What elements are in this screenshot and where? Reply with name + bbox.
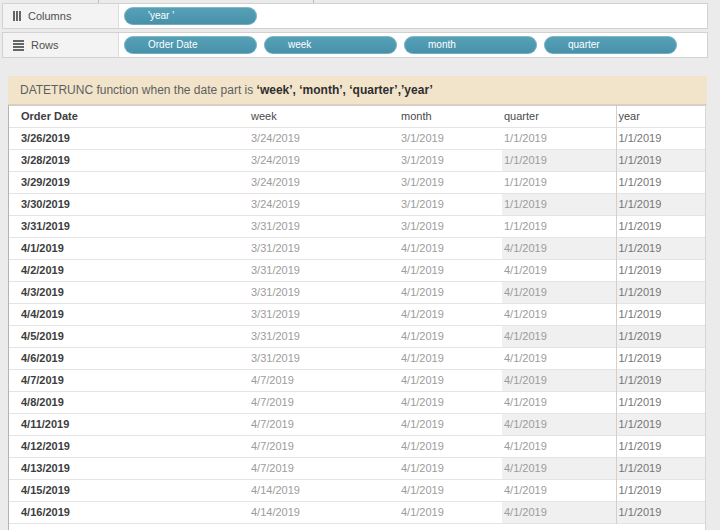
cell[interactable]: 4/7/2019 bbox=[249, 435, 399, 457]
cell[interactable]: 3/24/2019 bbox=[249, 171, 399, 193]
cell[interactable]: 3/30/2019 bbox=[9, 193, 249, 215]
cell[interactable]: 3/1/2019 bbox=[399, 149, 502, 171]
cell[interactable]: 3/1/2019 bbox=[399, 215, 502, 237]
cell[interactable]: 4/1/2019 bbox=[399, 369, 502, 391]
cell[interactable]: 4/5/2019 bbox=[9, 325, 249, 347]
cell[interactable]: 1/1/2019 bbox=[616, 215, 705, 237]
cell[interactable]: 1/1/2019 bbox=[616, 259, 705, 281]
rows-pill-area[interactable]: Order Dateweekmonthquarter bbox=[119, 33, 707, 57]
pill-order-date[interactable]: Order Date bbox=[124, 36, 257, 54]
cell[interactable]: 1/1/2019 bbox=[616, 347, 705, 369]
cell[interactable]: 3/1/2019 bbox=[399, 193, 502, 215]
cell[interactable]: 4/1/2019 bbox=[399, 413, 502, 435]
column-header-month[interactable]: month bbox=[399, 106, 502, 127]
cell[interactable]: 1/1/2019 bbox=[502, 127, 616, 149]
cell[interactable]: 1/1/2019 bbox=[616, 281, 705, 303]
cell[interactable]: 1/1/2019 bbox=[502, 215, 616, 237]
cell[interactable]: 4/11/2019 bbox=[9, 413, 249, 435]
column-header-year[interactable]: year bbox=[616, 106, 705, 127]
cell[interactable]: 4/7/2019 bbox=[249, 369, 399, 391]
pill-week[interactable]: week bbox=[264, 36, 397, 54]
cell[interactable]: 1/1/2019 bbox=[616, 501, 705, 523]
cell[interactable]: 1/1/2019 bbox=[616, 369, 705, 391]
cell[interactable]: 1/1/2019 bbox=[616, 303, 705, 325]
cell[interactable]: 4/1/2019 bbox=[399, 479, 502, 501]
cell[interactable]: 4/1/2019 bbox=[502, 457, 616, 479]
cell[interactable]: 4/7/2019 bbox=[9, 369, 249, 391]
cell[interactable]: 4/1/2019 bbox=[502, 347, 616, 369]
pill-quarter[interactable]: quarter bbox=[544, 36, 677, 54]
cell[interactable]: 3/31/2019 bbox=[249, 347, 399, 369]
cell[interactable]: 1/1/2019 bbox=[616, 193, 705, 215]
cell[interactable]: 4/14/2019 bbox=[249, 479, 399, 501]
cell[interactable]: 4/1/2019 bbox=[502, 303, 616, 325]
cell[interactable]: 4/1/2019 bbox=[399, 237, 502, 259]
cell[interactable]: 3/31/2019 bbox=[9, 215, 249, 237]
cell[interactable]: 3/24/2019 bbox=[249, 149, 399, 171]
cell[interactable]: 4/1/2019 bbox=[502, 281, 616, 303]
cell[interactable]: 3/24/2019 bbox=[249, 193, 399, 215]
columns-shelf[interactable]: Columns 'year ' bbox=[2, 3, 708, 29]
cell[interactable]: 1/1/2019 bbox=[502, 171, 616, 193]
cell[interactable]: 4/15/2019 bbox=[9, 479, 249, 501]
cell[interactable]: 4/1/2019 bbox=[502, 435, 616, 457]
cell[interactable]: 3/26/2019 bbox=[9, 127, 249, 149]
cell[interactable]: 1/1/2019 bbox=[502, 149, 616, 171]
cell[interactable]: 4/1/2019 bbox=[399, 435, 502, 457]
cell[interactable]: 4/1/2019 bbox=[399, 281, 502, 303]
cell[interactable]: 4/1/2019 bbox=[502, 479, 616, 501]
column-header-quarter[interactable]: quarter bbox=[502, 106, 616, 127]
cell[interactable]: 4/2/2019 bbox=[9, 259, 249, 281]
cell[interactable]: 3/24/2019 bbox=[249, 127, 399, 149]
cell[interactable]: 4/1/2019 bbox=[502, 391, 616, 413]
cell[interactable]: 4/1/2019 bbox=[502, 259, 616, 281]
cell[interactable]: 4/1/2019 bbox=[502, 369, 616, 391]
rows-shelf[interactable]: Rows Order Dateweekmonthquarter bbox=[2, 32, 708, 58]
cell[interactable]: 3/31/2019 bbox=[249, 215, 399, 237]
columns-pill-area[interactable]: 'year ' bbox=[119, 4, 707, 28]
cell[interactable]: 1/1/2019 bbox=[616, 127, 705, 149]
cell[interactable]: 1/1/2019 bbox=[616, 237, 705, 259]
pill-month[interactable]: month bbox=[404, 36, 537, 54]
cell[interactable]: 3/31/2019 bbox=[249, 325, 399, 347]
cell[interactable]: 1/1/2019 bbox=[616, 171, 705, 193]
cell[interactable]: 4/1/2019 bbox=[502, 413, 616, 435]
cell[interactable]: 1/1/2019 bbox=[616, 457, 705, 479]
cell[interactable]: 3/1/2019 bbox=[399, 171, 502, 193]
cell[interactable]: 3/31/2019 bbox=[249, 259, 399, 281]
column-header-week[interactable]: week bbox=[249, 106, 399, 127]
cell[interactable]: 3/31/2019 bbox=[249, 281, 399, 303]
cell[interactable]: 4/1/2019 bbox=[9, 237, 249, 259]
cell[interactable]: 4/1/2019 bbox=[399, 325, 502, 347]
cell[interactable]: 4/8/2019 bbox=[9, 391, 249, 413]
pill-year[interactable]: 'year ' bbox=[124, 7, 257, 25]
cell[interactable]: 4/7/2019 bbox=[249, 413, 399, 435]
cell[interactable]: 4/3/2019 bbox=[9, 281, 249, 303]
cell[interactable]: 1/1/2019 bbox=[616, 325, 705, 347]
cell[interactable]: 4/7/2019 bbox=[249, 391, 399, 413]
cell[interactable]: 1/1/2019 bbox=[616, 435, 705, 457]
cell[interactable]: 3/31/2019 bbox=[249, 303, 399, 325]
cell[interactable]: 4/1/2019 bbox=[399, 303, 502, 325]
cell[interactable]: 4/1/2019 bbox=[502, 501, 616, 523]
cell[interactable]: 1/1/2019 bbox=[502, 193, 616, 215]
cell[interactable]: 4/1/2019 bbox=[399, 259, 502, 281]
cell[interactable]: 3/31/2019 bbox=[249, 237, 399, 259]
cell[interactable]: 4/1/2019 bbox=[502, 237, 616, 259]
cell[interactable]: 4/1/2019 bbox=[399, 501, 502, 523]
cell[interactable]: 3/1/2019 bbox=[399, 127, 502, 149]
cell[interactable]: 4/16/2019 bbox=[9, 501, 249, 523]
cell[interactable]: 4/1/2019 bbox=[399, 457, 502, 479]
cell[interactable]: 4/1/2019 bbox=[399, 391, 502, 413]
cell[interactable]: 4/12/2019 bbox=[9, 435, 249, 457]
cell[interactable]: 1/1/2019 bbox=[616, 391, 705, 413]
cell[interactable]: 4/1/2019 bbox=[502, 325, 616, 347]
column-header-order-date[interactable]: Order Date bbox=[9, 106, 249, 127]
cell[interactable]: 4/7/2019 bbox=[249, 457, 399, 479]
cell[interactable]: 4/6/2019 bbox=[9, 347, 249, 369]
cell[interactable]: 4/4/2019 bbox=[9, 303, 249, 325]
cell[interactable]: 1/1/2019 bbox=[616, 149, 705, 171]
cell[interactable]: 1/1/2019 bbox=[616, 413, 705, 435]
cell[interactable]: 4/13/2019 bbox=[9, 457, 249, 479]
cell[interactable]: 3/28/2019 bbox=[9, 149, 249, 171]
